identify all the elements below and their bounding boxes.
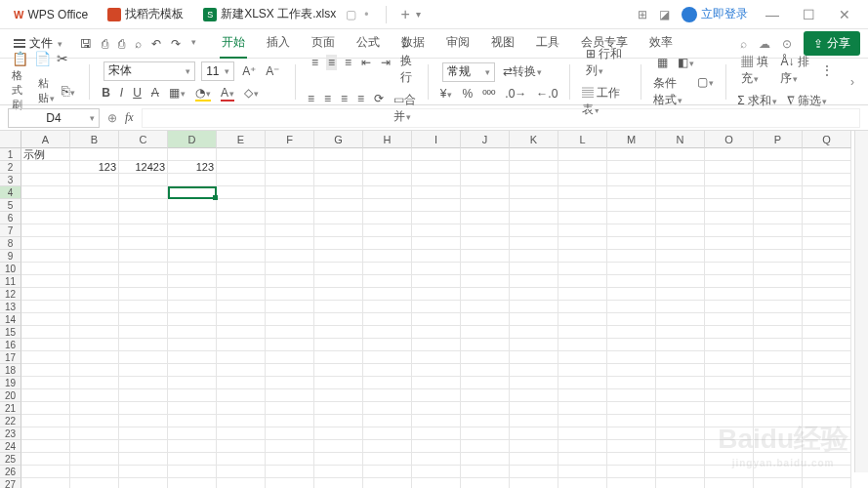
row-header[interactable]: 8 <box>0 237 21 250</box>
cell[interactable] <box>70 186 119 199</box>
cell[interactable] <box>656 351 705 364</box>
cell[interactable] <box>461 148 510 161</box>
cell[interactable] <box>21 212 70 224</box>
cell[interactable] <box>21 440 70 453</box>
cell[interactable] <box>607 224 656 237</box>
cell[interactable] <box>510 326 558 339</box>
cell[interactable] <box>656 148 705 161</box>
cell[interactable] <box>168 301 217 313</box>
cell[interactable] <box>217 224 266 237</box>
cell[interactable] <box>510 263 558 275</box>
cell[interactable] <box>21 389 70 402</box>
cell[interactable] <box>168 453 217 466</box>
cell[interactable] <box>412 212 461 224</box>
cell[interactable] <box>21 288 70 301</box>
row-header[interactable]: 10 <box>0 263 21 275</box>
cell[interactable] <box>607 263 656 275</box>
cell[interactable] <box>803 377 851 389</box>
cell[interactable] <box>656 288 705 301</box>
column-header[interactable]: O <box>705 131 754 148</box>
cell[interactable] <box>21 351 70 364</box>
cell[interactable] <box>412 402 461 415</box>
cell[interactable] <box>607 364 656 377</box>
cell[interactable] <box>70 224 119 237</box>
cell[interactable] <box>266 339 314 351</box>
cell[interactable] <box>461 301 510 313</box>
cell[interactable] <box>314 415 363 427</box>
cell[interactable] <box>558 364 607 377</box>
cell[interactable] <box>314 402 363 415</box>
cell[interactable] <box>754 263 803 275</box>
cell[interactable] <box>510 351 558 364</box>
cell[interactable] <box>266 237 314 250</box>
cell[interactable] <box>754 301 803 313</box>
cell[interactable] <box>754 402 803 415</box>
cell[interactable] <box>314 186 363 199</box>
cell[interactable] <box>363 453 412 466</box>
cell[interactable] <box>754 364 803 377</box>
cell[interactable] <box>168 174 217 186</box>
cell[interactable] <box>656 389 705 402</box>
cell[interactable] <box>754 478 803 488</box>
cell[interactable] <box>510 440 558 453</box>
cell[interactable] <box>607 415 656 427</box>
cell[interactable] <box>656 377 705 389</box>
border-button[interactable]: ▦▾ <box>167 85 187 102</box>
cell[interactable] <box>70 453 119 466</box>
cell[interactable] <box>119 212 168 224</box>
cell[interactable] <box>656 263 705 275</box>
maximize-button[interactable]: ☐ <box>797 7 821 22</box>
cell[interactable] <box>803 148 851 161</box>
cell[interactable] <box>314 377 363 389</box>
cell[interactable] <box>168 415 217 427</box>
cell[interactable] <box>656 440 705 453</box>
cell[interactable] <box>21 186 70 199</box>
cell[interactable] <box>21 174 70 186</box>
cell[interactable] <box>314 364 363 377</box>
cell[interactable] <box>461 288 510 301</box>
cell[interactable] <box>119 453 168 466</box>
cell[interactable] <box>461 212 510 224</box>
cell[interactable] <box>705 250 754 263</box>
cell[interactable] <box>754 174 803 186</box>
cell[interactable] <box>510 237 558 250</box>
cell[interactable] <box>266 453 314 466</box>
cell[interactable] <box>217 275 266 288</box>
cell[interactable] <box>558 288 607 301</box>
cell[interactable] <box>510 427 558 440</box>
cell[interactable] <box>510 199 558 212</box>
cell[interactable] <box>314 313 363 326</box>
cell[interactable] <box>314 288 363 301</box>
cell[interactable] <box>21 427 70 440</box>
app-tab-document[interactable]: S 新建XLSX 工作表.xlsx ▢ • <box>193 2 378 26</box>
fx-icon[interactable]: fx <box>125 110 134 125</box>
cell[interactable] <box>656 453 705 466</box>
cell[interactable] <box>119 313 168 326</box>
cell[interactable] <box>21 453 70 466</box>
cell[interactable] <box>314 453 363 466</box>
cell[interactable] <box>217 402 266 415</box>
row-header[interactable]: 14 <box>0 313 21 326</box>
cell[interactable] <box>70 263 119 275</box>
cell[interactable] <box>558 199 607 212</box>
cell[interactable] <box>803 402 851 415</box>
cell[interactable] <box>217 364 266 377</box>
cell-style-icon[interactable]: ◧▾ <box>676 55 696 70</box>
cell[interactable] <box>803 313 851 326</box>
cell[interactable] <box>314 212 363 224</box>
cell[interactable] <box>412 313 461 326</box>
cell[interactable] <box>607 161 656 174</box>
cell[interactable] <box>217 377 266 389</box>
cell[interactable] <box>21 263 70 275</box>
cell[interactable] <box>705 364 754 377</box>
name-box[interactable]: D4 ▾ <box>8 108 100 128</box>
cell[interactable] <box>461 466 510 478</box>
cell[interactable] <box>510 415 558 427</box>
cell[interactable] <box>461 377 510 389</box>
cell[interactable] <box>510 466 558 478</box>
cell[interactable] <box>803 224 851 237</box>
tab-pin-icon[interactable]: ▢ <box>346 8 356 21</box>
cell[interactable] <box>168 288 217 301</box>
row-header[interactable]: 13 <box>0 301 21 313</box>
column-header[interactable]: B <box>70 131 119 148</box>
